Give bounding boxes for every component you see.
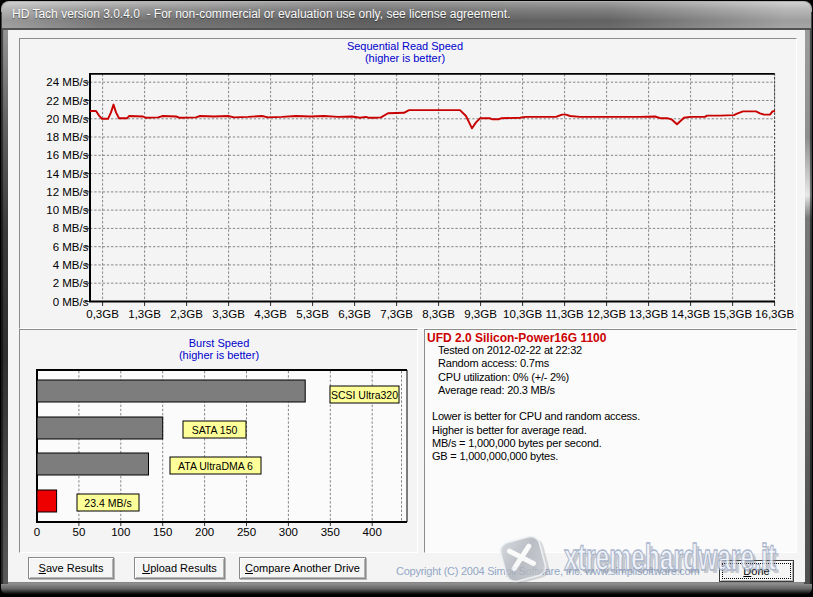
svg-text:0,3GB: 0,3GB — [86, 308, 119, 320]
svg-text:3,3GB: 3,3GB — [212, 308, 245, 320]
svg-text:SATA 150: SATA 150 — [192, 424, 238, 436]
svg-text:20 MB/s: 20 MB/s — [46, 113, 88, 125]
svg-text:12,3GB: 12,3GB — [587, 308, 626, 320]
svg-text:10 MB/s: 10 MB/s — [46, 204, 88, 216]
svg-text:11,3GB: 11,3GB — [546, 308, 584, 320]
svg-text:200: 200 — [195, 526, 214, 538]
svg-text:1,3GB: 1,3GB — [128, 308, 161, 320]
svg-text:22 MB/s: 22 MB/s — [46, 95, 88, 107]
svg-text:xtremehardware.it: xtremehardware.it — [564, 537, 776, 578]
svg-text:250: 250 — [237, 526, 256, 538]
svg-text:ATA UltraDMA 6: ATA UltraDMA 6 — [178, 460, 253, 472]
svg-text:8,3GB: 8,3GB — [422, 308, 455, 320]
svg-text:23.4 MB/s: 23.4 MB/s — [84, 497, 131, 509]
svg-text:5,3GB: 5,3GB — [296, 308, 329, 320]
svg-text:0 MB/s: 0 MB/s — [53, 296, 89, 308]
svg-text:16 MB/s: 16 MB/s — [46, 149, 88, 161]
svg-text:9,3GB: 9,3GB — [464, 308, 497, 320]
svg-text:400: 400 — [363, 526, 382, 538]
svg-text:24 MB/s: 24 MB/s — [46, 76, 88, 88]
svg-text:8 MB/s: 8 MB/s — [53, 222, 89, 234]
svg-text:14,3GB: 14,3GB — [671, 308, 710, 320]
svg-text:6 MB/s: 6 MB/s — [53, 241, 89, 253]
svg-text:12 MB/s: 12 MB/s — [46, 186, 88, 198]
svg-text:15,3GB: 15,3GB — [713, 308, 752, 320]
svg-text:100: 100 — [111, 526, 130, 538]
svg-text:SCSI Ultra320: SCSI Ultra320 — [331, 389, 398, 401]
svg-text:2,3GB: 2,3GB — [170, 308, 203, 320]
svg-text:7,3GB: 7,3GB — [380, 308, 413, 320]
svg-text:2 MB/s: 2 MB/s — [53, 277, 89, 289]
svg-text:300: 300 — [279, 526, 298, 538]
svg-text:50: 50 — [73, 526, 86, 538]
svg-text:16,3GB: 16,3GB — [755, 308, 794, 320]
svg-text:4 MB/s: 4 MB/s — [53, 259, 89, 271]
svg-text:0: 0 — [34, 526, 40, 538]
svg-text:350: 350 — [321, 526, 340, 538]
svg-text:150: 150 — [153, 526, 172, 538]
svg-text:14 MB/s: 14 MB/s — [46, 168, 88, 180]
svg-text:18 MB/s: 18 MB/s — [46, 131, 88, 143]
svg-text:4,3GB: 4,3GB — [254, 308, 287, 320]
svg-text:13,3GB: 13,3GB — [629, 308, 668, 320]
svg-text:10,3GB: 10,3GB — [503, 308, 542, 320]
svg-text:6,3GB: 6,3GB — [338, 308, 371, 320]
